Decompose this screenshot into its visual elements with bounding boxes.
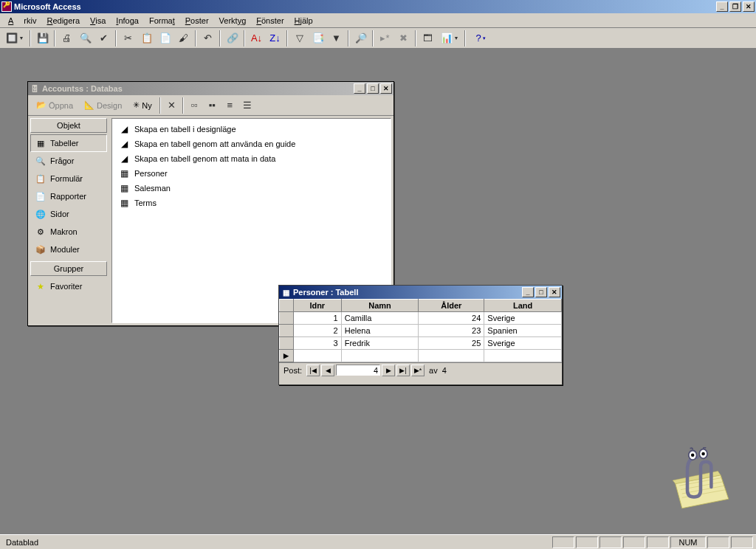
row-selector-current[interactable]: ▶ — [280, 350, 294, 362]
sidebar-rapporter[interactable]: 📄Rapporter — [30, 187, 107, 205]
small-icons-button[interactable]: ▪▪ — [204, 97, 221, 114]
close-button[interactable]: ✕ — [743, 1, 755, 12]
sidebar-moduler[interactable]: 📦Moduler — [30, 241, 107, 258]
status-mode: Datablad — [3, 538, 38, 547]
minimize-button[interactable]: _ — [716, 1, 728, 12]
table-row[interactable]: 3 Fredrik 25 Sverige — [280, 337, 562, 350]
new-object-button[interactable]: 📊▼ — [438, 30, 461, 46]
tbl-close-button[interactable]: ✕ — [549, 287, 560, 297]
new-record-row[interactable]: ▶ — [280, 350, 562, 362]
menu-hjalp[interactable]: Hjälp — [289, 15, 318, 27]
list-view-button[interactable]: ≡ — [221, 97, 238, 114]
col-namn[interactable]: Namn — [341, 300, 419, 312]
tbl-minimize-button[interactable]: _ — [522, 287, 534, 297]
col-land[interactable]: Land — [484, 300, 562, 312]
filter-selection-button[interactable]: ▽ — [291, 30, 308, 46]
menu-format[interactable]: Format — [144, 15, 180, 27]
status-cell — [623, 536, 645, 548]
tbl-maximize-button[interactable]: □ — [535, 287, 547, 297]
sidebar-makron[interactable]: ⚙Makron — [30, 223, 107, 241]
db-window-button[interactable]: 🗔 — [419, 30, 436, 46]
copy-button[interactable]: 📋 — [138, 30, 155, 46]
nav-record-input[interactable] — [336, 365, 380, 376]
help-button[interactable]: ?▾ — [469, 30, 492, 46]
table-terms-item[interactable]: ▦Terms — [115, 196, 388, 210]
database-title: Accountss : Databas — [42, 84, 354, 93]
details-view-button[interactable]: ☰ — [239, 97, 256, 114]
hyperlink-button[interactable]: 🔗 — [224, 30, 241, 46]
menu-infoga[interactable]: Infoga — [111, 15, 144, 27]
menu-poster[interactable]: Poster — [180, 15, 214, 27]
database-titlebar[interactable]: 🗄 Accountss : Databas _ □ ✕ — [28, 82, 394, 95]
groups-header[interactable]: Grupper — [30, 261, 107, 276]
nav-last-button[interactable]: ▶| — [396, 365, 410, 376]
sidebar-sidor[interactable]: 🌐Sidor — [30, 205, 107, 223]
sort-asc-button[interactable]: A↓ — [248, 30, 265, 46]
table-row[interactable]: 2 Helena 23 Spanien — [280, 325, 562, 337]
db-minimize-button[interactable]: _ — [354, 83, 365, 94]
new-record-button[interactable]: ▸* — [377, 30, 394, 46]
row-selector[interactable] — [280, 325, 294, 337]
cut-button[interactable]: ✂ — [120, 30, 137, 46]
table-titlebar[interactable]: ▦ Personer : Tabell _ □ ✕ — [279, 286, 562, 299]
col-idnr[interactable]: Idnr — [293, 300, 341, 312]
table-title: Personer : Tabell — [293, 288, 522, 297]
paste-button[interactable]: 📄 — [157, 30, 173, 46]
table-row[interactable]: 1 Camilla 24 Sverige — [280, 312, 562, 325]
row-selector[interactable] — [280, 312, 294, 325]
create-enter-item[interactable]: ◢Skapa en tabell genom att mata in data — [115, 151, 388, 166]
create-design-item[interactable]: ◢Skapa en tabell i designläge — [115, 122, 388, 137]
nav-new-button[interactable]: ▶* — [411, 365, 425, 376]
undo-button[interactable]: ↶ — [199, 30, 216, 46]
menu-arkiv[interactable]: Arkiv — [3, 15, 41, 27]
db-design-button[interactable]: 📐Design — [79, 98, 127, 112]
find-button[interactable]: 🔎 — [352, 30, 369, 46]
menu-fonster[interactable]: Fönster — [251, 15, 289, 27]
db-open-button[interactable]: 📂Öppna — [31, 98, 78, 112]
create-wizard-item[interactable]: ◢Skapa en tabell genom att använda en gu… — [115, 137, 388, 151]
format-painter-button[interactable]: 🖌 — [175, 30, 192, 46]
menu-verktyg[interactable]: Verktyg — [214, 15, 252, 27]
datasheet-grid[interactable]: Idnr Namn Ålder Land 1 Camilla 24 Sverig… — [279, 299, 562, 362]
select-all-cell[interactable] — [280, 300, 294, 312]
access-app-icon — [1, 1, 12, 12]
filter-form-button[interactable]: 📑 — [309, 30, 326, 46]
status-cell — [576, 536, 598, 548]
sidebar-favoriter[interactable]: ★Favoriter — [30, 277, 107, 295]
print-button[interactable]: 🖨 — [58, 30, 75, 46]
sidebar-formular[interactable]: 📋Formulär — [30, 170, 107, 187]
view-button[interactable]: 🔲▼ — [3, 30, 27, 46]
large-icons-button[interactable]: ▫▫ — [186, 97, 203, 114]
db-delete-button[interactable]: ✕ — [163, 97, 180, 114]
nav-first-button[interactable]: |◀ — [306, 365, 320, 376]
table-window[interactable]: ▦ Personer : Tabell _ □ ✕ Idnr Namn Ålde… — [278, 285, 563, 385]
menu-visa[interactable]: Visa — [85, 15, 111, 27]
status-cell — [599, 536, 622, 548]
db-maximize-button[interactable]: □ — [367, 83, 379, 94]
spellcheck-button[interactable]: ✔ — [95, 30, 112, 46]
table-icon: ▦ — [118, 183, 130, 193]
restore-button[interactable]: ❐ — [729, 1, 741, 12]
db-close-button[interactable]: ✕ — [380, 83, 392, 94]
table-salesman-item[interactable]: ▦Salesman — [115, 181, 388, 196]
nav-next-button[interactable]: ▶ — [382, 365, 395, 376]
row-selector[interactable] — [280, 337, 294, 350]
col-alder[interactable]: Ålder — [419, 300, 484, 312]
db-new-button[interactable]: ✳Ny — [128, 98, 157, 112]
save-button[interactable]: 💾 — [34, 30, 51, 46]
delete-record-button[interactable]: ✖ — [395, 30, 412, 46]
preview-button[interactable]: 🔍 — [77, 30, 94, 46]
wizard-icon: ◢ — [118, 153, 130, 164]
clippy-assistant[interactable] — [667, 447, 734, 514]
table-window-icon: ▦ — [281, 287, 291, 297]
objects-header[interactable]: Objekt — [30, 118, 107, 133]
sidebar-tabeller[interactable]: ▦Tabeller — [30, 134, 107, 152]
database-icon: 🗄 — [30, 83, 40, 94]
menu-redigera[interactable]: Redigera — [41, 15, 85, 27]
sidebar-fragor[interactable]: 🔍Frågor — [30, 152, 107, 170]
table-personer-item[interactable]: ▦Personer — [115, 166, 388, 181]
sort-desc-button[interactable]: Z↓ — [267, 30, 284, 46]
nav-prev-button[interactable]: ◀ — [321, 365, 334, 376]
apply-filter-button[interactable]: ▼ — [328, 30, 345, 46]
svg-point-9 — [701, 452, 705, 456]
